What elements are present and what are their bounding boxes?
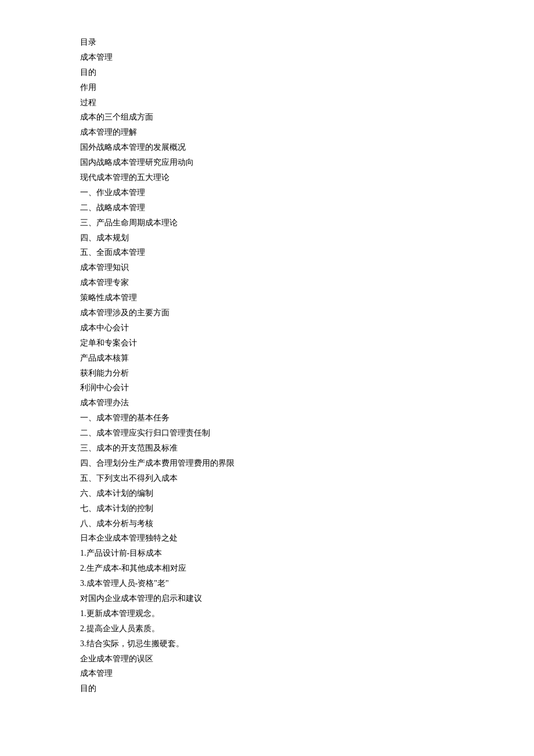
toc-item: 3.结合实际，切忌生搬硬套。 [80,636,534,651]
toc-item: 定单和专案会计 [80,336,534,351]
toc-item: 成本管理 [80,50,534,65]
toc-item: 四、成本规划 [80,231,534,246]
toc-item: 五、全面成本管理 [80,245,534,260]
toc-item: 六、成本计划的编制 [80,486,534,501]
toc-item: 日本企业成本管理独特之处 [80,531,534,546]
toc-item: 国外战略成本管理的发展概况 [80,140,534,155]
toc-item: 现代成本管理的五大理论 [80,170,534,185]
toc-item: 五、下列支出不得列入成本 [80,471,534,486]
toc-item: 二、成本管理应实行归口管理责任制 [80,426,534,441]
toc-item: 三、成本的开支范围及标准 [80,441,534,456]
toc-item: 目的 [80,681,534,696]
toc-item: 过程 [80,95,534,110]
toc-item: 2.提高企业人员素质。 [80,621,534,636]
toc-item: 成本管理 [80,666,534,681]
toc-item: 成本管理专家 [80,275,534,290]
toc-item: 策略性成本管理 [80,290,534,305]
toc-item: 3.成本管理人员-资格"老" [80,576,534,591]
toc-item: 目录 [80,35,534,50]
toc-item: 企业成本管理的误区 [80,651,534,667]
toc-item: 目的 [80,65,534,80]
toc-item: 成本管理的理解 [80,125,534,140]
toc-item: 作用 [80,80,534,95]
toc-item: 成本的三个组成方面 [80,110,534,125]
toc-item: 二、战略成本管理 [80,200,534,215]
toc-item: 2.生产成本-和其他成本相对应 [80,561,534,576]
toc-item: 七、成本计划的控制 [80,501,534,516]
toc-item: 八、成本分析与考核 [80,516,534,531]
toc-item: 国内战略成本管理研究应用动向 [80,155,534,170]
toc-item: 获利能力分析 [80,366,534,381]
toc-item: 1.更新成本管理观念。 [80,606,534,621]
toc-container: 目录成本管理目的作用过程成本的三个组成方面成本管理的理解国外战略成本管理的发展概… [80,35,534,696]
toc-item: 三、产品生命周期成本理论 [80,215,534,231]
toc-item: 一、成本管理的基本任务 [80,411,534,426]
toc-item: 1.产品设计前-目标成本 [80,546,534,561]
toc-item: 产品成本核算 [80,351,534,366]
toc-item: 对国内企业成本管理的启示和建议 [80,591,534,606]
toc-item: 利润中心会计 [80,380,534,395]
toc-item: 成本管理涉及的主要方面 [80,305,534,321]
toc-item: 成本中心会计 [80,321,534,336]
toc-item: 一、作业成本管理 [80,185,534,200]
toc-item: 成本管理知识 [80,260,534,275]
toc-item: 四、合理划分生产成本费用管理费用的界限 [80,456,534,471]
toc-item: 成本管理办法 [80,395,534,411]
